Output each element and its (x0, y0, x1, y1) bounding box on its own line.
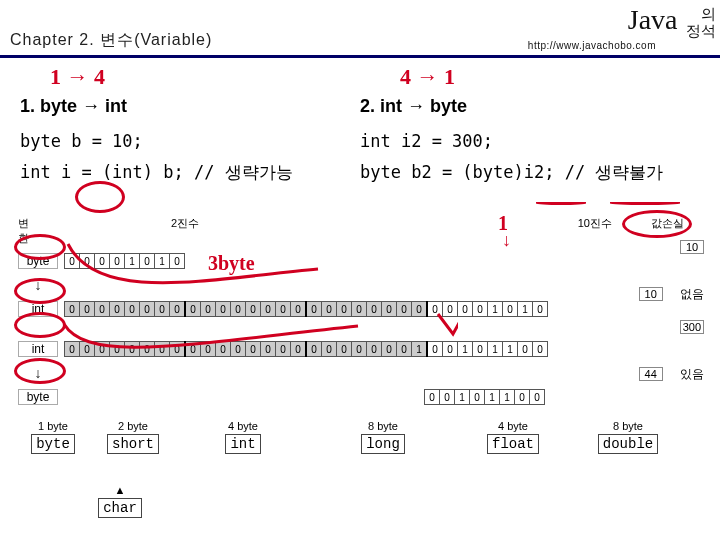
row-byte-a: byte 00001010 10 (18, 252, 702, 270)
ann-squiggle-2 (610, 202, 680, 205)
ann-circle-int (75, 181, 125, 213)
row-arrow-1: ↓ (18, 276, 702, 294)
bits-int-a: 00000000000000000000000000001010 (64, 301, 548, 317)
hdr-right: 10진수 (578, 216, 612, 231)
dec-a1: 10 (680, 240, 704, 254)
ann-squiggle-1 (536, 202, 586, 205)
types-row: 1 byte byte 2 byte short 4 byte int 8 by… (18, 420, 702, 454)
bits-byte-b: 00101100 (424, 389, 545, 405)
content-columns: 1. byte → int byte b = 10; int i = (int)… (0, 66, 720, 194)
header-rule (0, 55, 720, 58)
left-code-1: byte b = 10; (20, 131, 360, 151)
triangle-up-icon: ▲ (0, 484, 720, 496)
hdr-mid: 2진수 (65, 216, 305, 246)
type-int-b: int (18, 341, 58, 357)
bits-table-header: 변환 2진수 10진수 값손실 (64, 216, 702, 246)
type-long: 8 byte long (308, 420, 458, 454)
type-char-block: ▲ char (0, 484, 720, 518)
header: Chapter 2. 변수(Variable) Java 의 정석 http:/… (0, 0, 720, 53)
right-code-2: byte b2 = (byte)i2; // 생략불가 (360, 161, 700, 184)
left-code-2: int i = (int) b; // 생략가능 (20, 161, 360, 184)
bits-int-b: 00000000000000000000000100101100 (64, 341, 548, 357)
chapter-title: Chapter 2. 변수(Variable) (10, 30, 212, 51)
type-int: 4 byte int (178, 420, 308, 454)
type-double: 8 byte double (568, 420, 688, 454)
brand-ko: 의 정석 (686, 6, 716, 39)
type-short: 2 byte short (88, 420, 178, 454)
bits-byte-a: 00001010 (64, 253, 185, 269)
dec-b2: 44 (639, 367, 663, 381)
ann-circle-int-a (14, 278, 66, 304)
dec-a2: 10 (639, 287, 663, 301)
brand-url: http://www.javachobo.com (528, 41, 716, 51)
right-code-1: int i2 = 300; (360, 131, 700, 151)
dec-b1: 300 (680, 320, 704, 334)
type-byte-b: byte (18, 389, 58, 405)
left-title: 1. byte → int (20, 96, 360, 117)
ann-circle-byte-b (14, 358, 66, 384)
row-int-b: int 00000000000000000000000100101100 300 (18, 340, 702, 358)
ann-circle-byte-a (14, 234, 66, 260)
loss-a: 없음 (680, 287, 704, 301)
ann-circle-loss-hdr (622, 210, 692, 238)
type-char: char (98, 498, 142, 518)
type-byte: 1 byte byte (18, 420, 88, 454)
row-arrow-2: ↓ (18, 364, 702, 382)
col-right: 2. int → byte int i2 = 300; byte b2 = (b… (360, 66, 700, 194)
ann-circle-int-b (14, 312, 66, 338)
row-byte-b: byte 00101100 44 있음 (18, 388, 702, 406)
loss-b: 있음 (680, 367, 704, 381)
right-title: 2. int → byte (360, 96, 700, 117)
row-int-a: int 00000000000000000000000000001010 10 … (18, 300, 702, 318)
brand-java: Java (628, 4, 678, 35)
col-left: 1. byte → int byte b = 10; int i = (int)… (20, 66, 360, 194)
type-float: 4 byte float (458, 420, 568, 454)
brand-block: Java 의 정석 http://www.javachobo.com (528, 6, 716, 51)
bits-table-wrap: 변환 2진수 10진수 값손실 byte 00001010 10 ↓ int 0… (18, 216, 702, 406)
